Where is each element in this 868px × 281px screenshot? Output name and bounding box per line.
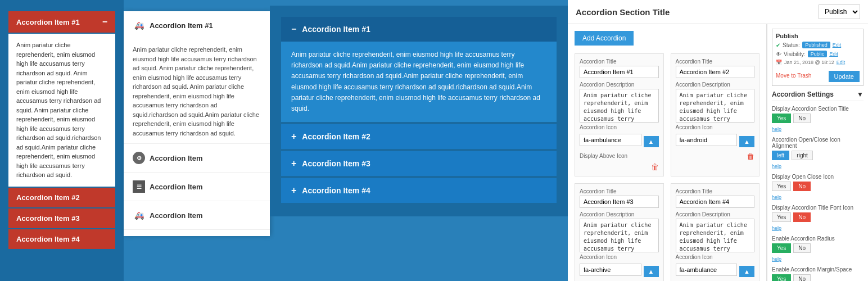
margin-toggle: Yes No — [772, 274, 864, 281]
acc-icon-btn-3[interactable]: ▲ — [644, 266, 659, 277]
acc-title-input-2[interactable] — [676, 66, 755, 78]
blue-acc-header-1[interactable]: − Accordion Item #1 — [281, 17, 557, 42]
acc-icon-input-3[interactable] — [580, 264, 641, 276]
red-acc-title-3: Accordion Item #3 — [16, 214, 80, 223]
margin-label: Enable Accordion Margin/Space — [772, 266, 864, 273]
margin-setting: Enable Accordion Margin/Space Yes No hel… — [772, 266, 864, 281]
acc-title-label-3: Accordion Title — [580, 188, 659, 194]
calendar-icon: 📅 — [776, 60, 782, 65]
display-icon-label: Display Open Close Icon — [772, 174, 864, 180]
acc-icon-btn-4[interactable]: ▲ — [739, 266, 754, 277]
margin-yes[interactable]: Yes — [772, 274, 791, 281]
display-title-no[interactable]: No — [793, 114, 811, 123]
acc-title-input-1[interactable] — [580, 66, 659, 78]
acc-title-input-4[interactable] — [676, 196, 755, 208]
radius-label: Enable Accordion Radius — [772, 235, 864, 242]
blue-acc-header-4[interactable]: + Accordion Item #4 — [281, 178, 557, 203]
display-icon-yes[interactable]: Yes — [772, 182, 791, 191]
acc-desc-label-3: Accordion Description — [580, 211, 659, 217]
acc-desc-input-4[interactable]: Anim pariatur cliche reprehenderit, enim… — [676, 219, 755, 252]
red-acc-header-3[interactable]: Accordion Item #3 — [8, 209, 115, 228]
plus-icon-2: + — [291, 132, 296, 142]
red-acc-header-4[interactable]: Accordion Item #4 — [8, 229, 115, 249]
alignment-help[interactable]: help — [772, 164, 781, 169]
radius-help[interactable]: help — [772, 256, 781, 262]
date-edit-link[interactable]: Edit — [837, 60, 846, 65]
acc-icon-label-1: Accordion Icon — [580, 124, 659, 130]
radius-yes[interactable]: Yes — [772, 243, 791, 253]
acc-desc-input-2[interactable]: Anim pariatur cliche reprehenderit, enim… — [676, 89, 755, 123]
blue-acc-item-3: + Accordion Item #3 — [281, 151, 557, 176]
display-font-label: Display Accordion Title Font Icon — [772, 205, 864, 211]
plus-icon-4: + — [291, 185, 296, 196]
acc-delete-btn-1[interactable]: 🗑 — [651, 162, 659, 171]
mid-acc-title-3: Accordion Item — [150, 183, 203, 191]
display-title-label: Display Accordion Section Title — [772, 106, 864, 112]
right-settings-panel: Accordion Section Title Publish Add Acco… — [568, 0, 868, 281]
acc-desc-input-1[interactable]: Anim pariatur cliche reprehenderit, enim… — [580, 89, 659, 123]
align-right-btn[interactable]: right — [792, 151, 812, 160]
radius-no[interactable]: No — [793, 243, 811, 253]
acc-icon-row-2: ▲ — [676, 134, 755, 149]
acc-desc-input-3[interactable]: Anim pariatur cliche reprehenderit, enim… — [580, 219, 659, 252]
red-acc-title-2: Accordion Item #2 — [16, 193, 80, 202]
mid-acc-header-4[interactable]: 🚑 Accordion Item — [124, 201, 270, 229]
margin-no[interactable]: No — [793, 274, 811, 281]
mid-acc-header-3[interactable]: ☰ Accordion Item — [124, 173, 270, 201]
add-accordion-button[interactable]: Add Accordion — [575, 31, 634, 46]
acc-editor-item-1: Accordion Title Accordion Description An… — [575, 53, 664, 176]
acc-editor-item-3: Accordion Title Accordion Description An… — [575, 183, 664, 281]
plus-icon-3: + — [291, 158, 296, 169]
blue-acc-title-1: Accordion Item #1 — [302, 25, 370, 34]
acc-icon-label-3: Accordion Icon — [580, 254, 659, 260]
red-accordion: Accordion Item #1 − Anim pariatur cliche… — [8, 11, 115, 249]
acc-icon-input-2[interactable] — [676, 134, 738, 146]
display-font-yes[interactable]: Yes — [772, 212, 791, 222]
publish-dropdown[interactable]: Publish — [819, 4, 860, 19]
mid-acc-item-4: 🚑 Accordion Item — [124, 201, 270, 230]
acc-desc-label-2: Accordion Description — [676, 81, 755, 88]
acc-icon-btn-2[interactable]: ▲ — [739, 136, 754, 147]
status-badge: Published — [802, 42, 830, 48]
red-acc-header-1[interactable]: Accordion Item #1 − — [8, 11, 115, 33]
mid-acc-header-2[interactable]: ⚙ Accordion Item — [124, 144, 270, 172]
blue-acc-header-2[interactable]: + Accordion Item #2 — [281, 124, 557, 149]
display-font-no[interactable]: No — [793, 212, 811, 222]
visibility-edit-link[interactable]: Edit — [829, 51, 838, 57]
blue-acc-title-3: Accordion Item #3 — [302, 159, 370, 168]
blue-acc-body-1: Anim pariatur cliche reprehenderit, enim… — [281, 42, 557, 122]
acc-desc-label-4: Accordion Description — [676, 211, 755, 217]
blue-acc-header-3[interactable]: + Accordion Item #3 — [281, 151, 557, 176]
acc-icon-input-1[interactable] — [580, 134, 641, 146]
acc-icon-input-4[interactable] — [676, 264, 738, 276]
blue-acc-item-1: − Accordion Item #1 Anim pariatur cliche… — [281, 17, 557, 122]
status-dot: ✔ — [776, 42, 780, 48]
status-edit-link[interactable]: Edit — [833, 42, 842, 48]
main-accordion-panel: − Accordion Item #1 Anim pariatur cliche… — [270, 6, 568, 216]
align-left-btn[interactable]: left — [772, 151, 789, 160]
radius-toggle: Yes No — [772, 243, 864, 253]
acc-icon-btn-1[interactable]: ▲ — [644, 136, 659, 147]
visibility-icon: 👁 — [776, 51, 781, 57]
acc-title-input-3[interactable] — [580, 196, 659, 208]
red-acc-title-1: Accordion Item #1 — [16, 18, 80, 26]
mid-acc-item-1: 🚑 Accordion Item #1 Anim pariatur cliche… — [124, 11, 270, 144]
display-title-yes[interactable]: Yes — [772, 114, 791, 123]
left-accordion-panel: Accordion Item #1 − Anim pariatur cliche… — [0, 0, 124, 281]
blue-acc-item-4: + Accordion Item #4 — [281, 178, 557, 203]
radius-setting: Enable Accordion Radius Yes No help — [772, 235, 864, 262]
display-icon-no[interactable]: No — [793, 182, 811, 191]
display-title-help[interactable]: help — [772, 126, 781, 132]
publish-actions: Move to Trash Update — [776, 69, 860, 82]
update-button[interactable]: Update — [829, 71, 860, 82]
date-value: Jan 21, 2018 @ 18:12 — [784, 60, 834, 65]
trash-link[interactable]: Move to Trash — [776, 72, 811, 79]
mid-acc-header-1[interactable]: 🚑 Accordion Item #1 — [124, 11, 270, 39]
acc-delete-btn-2[interactable]: 🗑 — [747, 152, 754, 161]
display-font-help[interactable]: help — [772, 225, 781, 231]
display-font-setting: Display Accordion Title Font Icon Yes No… — [772, 205, 864, 231]
red-acc-header-2[interactable]: Accordion Item #2 — [8, 188, 115, 207]
display-icon-help[interactable]: help — [772, 194, 781, 200]
display-font-toggle: Yes No — [772, 212, 864, 222]
display-icon-toggle: Yes No — [772, 182, 864, 191]
